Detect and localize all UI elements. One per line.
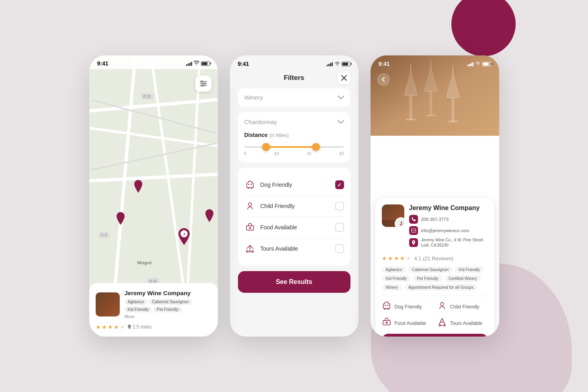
filter-button[interactable] xyxy=(195,76,211,92)
svg-point-11 xyxy=(248,203,252,206)
distance-slider[interactable]: 5 10 15 20 xyxy=(244,146,344,156)
feature-tours-label: Tours Available xyxy=(450,321,483,326)
filters-title: Filters xyxy=(284,74,304,82)
star-2: ★ xyxy=(102,324,107,330)
filters-status-time: 9:41 xyxy=(238,61,249,67)
type-dropdown[interactable]: Winery xyxy=(238,88,350,106)
food-available-checkbox[interactable] xyxy=(335,223,344,232)
tag-cabernet: Cabernet Sauvignon xyxy=(149,299,192,305)
type-dropdown-label: Winery xyxy=(244,94,263,101)
tours-available-checkbox[interactable] xyxy=(335,244,344,253)
feature-food-icon xyxy=(382,317,391,329)
phone-text: 209-367-3773 xyxy=(421,217,449,222)
add-itinerary-button[interactable]: Add to Itinerary xyxy=(382,334,488,337)
child-friendly-checkbox[interactable] xyxy=(335,202,344,210)
bg-circle-decoration xyxy=(451,0,516,56)
star-4: ★ xyxy=(114,324,119,330)
tag-kid: Kid Friendly xyxy=(125,306,152,312)
filters-wifi-icon xyxy=(334,60,340,67)
filters-signal-icon xyxy=(327,61,333,66)
amenities-section: Dog Friendly Child Friendly xyxy=(238,168,350,265)
variety-dropdown[interactable]: Chardonnay xyxy=(244,118,344,125)
tours-available-icon xyxy=(244,243,256,254)
svg-point-10 xyxy=(250,184,252,185)
filters-close-button[interactable] xyxy=(338,71,350,84)
filters-battery-icon xyxy=(342,62,350,66)
svg-rect-18 xyxy=(410,96,412,120)
dog-friendly-checkbox[interactable] xyxy=(335,180,344,189)
email-row: info@jeremywineco.com xyxy=(409,226,488,235)
detail-scrollable-area: J Jeremy Wine Company 209-367-3773 xyxy=(371,136,499,337)
map-card-rating: ★ ★ ★ ★ ★ 2.5 miles xyxy=(96,324,211,330)
screens-container: D 21 D 21 C 4 Moigné xyxy=(89,55,499,337)
features-grid: Dog Friendly Child Friendly xyxy=(382,296,488,329)
feature-dog-label: Dog Friendly xyxy=(395,304,422,310)
filters-status-bar: 9:41 xyxy=(230,55,359,70)
map-card-title: Jeremy Wine Company xyxy=(125,290,211,296)
feature-tours-icon xyxy=(437,317,447,329)
svg-point-15 xyxy=(246,251,248,252)
filters-header: Filters xyxy=(230,70,359,88)
svg-point-26 xyxy=(387,305,388,306)
feature-child-friendly: Child Friendly xyxy=(437,301,488,312)
dog-friendly-option: Dog Friendly xyxy=(244,174,344,196)
map-pin-3[interactable] xyxy=(204,209,215,223)
detail-tags-area: Aglianico Cabernet Sauvignon Kid Friendl… xyxy=(382,266,488,291)
detail-screen: 9:41 xyxy=(371,55,499,337)
address-row: Jeremy Wine Co., 6 W. Pine Street Lodi, … xyxy=(409,237,488,248)
svg-point-9 xyxy=(248,184,249,185)
star-5: ★ xyxy=(120,324,125,330)
detail-card: J Jeremy Wine Company 209-367-3773 xyxy=(375,198,494,337)
see-results-button[interactable]: See Results xyxy=(238,271,350,293)
detail-tag-appointment: Appointment Required for all Groups xyxy=(404,284,477,291)
winery-avatar: J xyxy=(382,204,404,227)
detail-tag-certified: Certified Winery xyxy=(445,275,481,282)
tag-pet: Pet Friendly xyxy=(154,306,181,312)
food-available-icon xyxy=(244,222,256,233)
tag-aglianico: Aglianico xyxy=(125,299,148,305)
svg-rect-23 xyxy=(448,121,458,122)
feature-child-label: Child Friendly xyxy=(450,304,479,310)
map-card-text: Jeremy Wine Company Aglianico Cabernet S… xyxy=(125,290,211,319)
svg-point-16 xyxy=(252,251,254,252)
phone-contact-icon xyxy=(409,215,418,224)
phone-row: 209-367-3773 xyxy=(409,215,488,224)
detail-tag-pet: Pet Friendly xyxy=(413,275,442,282)
map-pin-jeremy[interactable]: J xyxy=(177,228,191,245)
map-pin-1[interactable] xyxy=(133,180,144,194)
map-status-bar: 9:41 xyxy=(89,55,218,69)
svg-text:J: J xyxy=(183,232,185,236)
map-pin-2[interactable] xyxy=(115,212,126,226)
feature-dog-icon xyxy=(382,301,391,312)
child-friendly-icon xyxy=(244,200,256,212)
child-friendly-label: Child Friendly xyxy=(260,203,295,209)
svg-rect-22 xyxy=(452,98,454,122)
winery-contact-info: Jeremy Wine Company 209-367-3773 xyxy=(409,204,488,250)
back-button[interactable] xyxy=(377,73,390,86)
range-fill xyxy=(266,146,316,148)
svg-point-7 xyxy=(202,85,203,86)
map-label-d21-1: D 21 xyxy=(141,94,153,99)
address-text: Jeremy Wine Co., 6 W. Pine Street Lodi, … xyxy=(421,237,488,248)
feature-tours-available: Tours Available xyxy=(437,317,488,329)
variety-dropdown-chevron xyxy=(338,120,344,124)
range-thumb-left[interactable] xyxy=(262,143,270,151)
svg-point-5 xyxy=(201,81,203,82)
feature-child-icon xyxy=(437,301,447,312)
email-text: info@jeremywineco.com xyxy=(421,228,469,233)
detail-tag-winery: Winery xyxy=(382,284,402,291)
detail-rating-stars: ★ ★ ★ ★ ★ xyxy=(382,255,411,261)
range-track xyxy=(244,146,344,148)
distance-text: 2.5 miles xyxy=(127,324,152,330)
signal-icon xyxy=(186,61,192,66)
feature-food-label: Food Available xyxy=(395,321,426,326)
email-contact-icon xyxy=(409,226,418,235)
range-thumb-right[interactable] xyxy=(312,143,320,151)
map-status-icons xyxy=(186,61,210,66)
tours-available-option: Tours Available xyxy=(244,238,344,259)
svg-point-27 xyxy=(440,302,444,306)
tours-available-label: Tours Available xyxy=(260,245,298,252)
rating-stars: ★ ★ ★ ★ ★ xyxy=(96,324,125,330)
map-card-image xyxy=(96,292,120,316)
detail-wifi-icon xyxy=(475,60,481,67)
